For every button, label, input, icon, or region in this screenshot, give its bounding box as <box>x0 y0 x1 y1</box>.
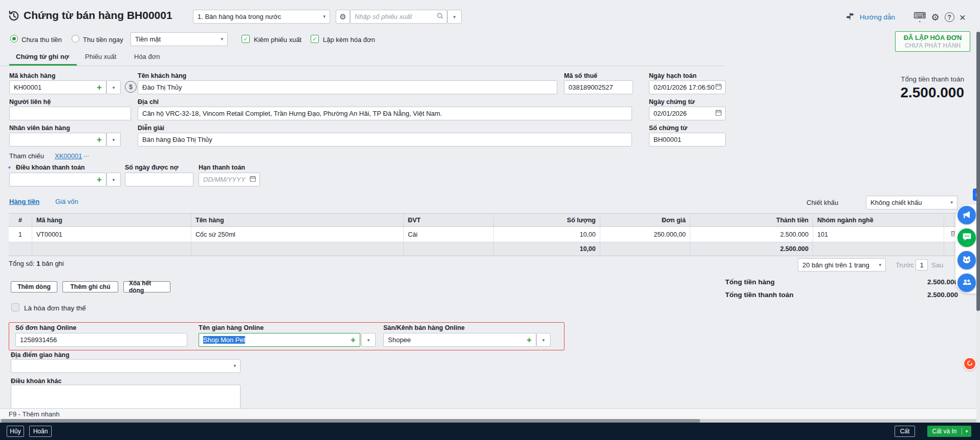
save-and-print-button[interactable]: Cất và In <box>927 428 962 435</box>
doc-no-input[interactable] <box>649 133 726 146</box>
address-input[interactable] <box>138 107 632 120</box>
description-input[interactable] <box>138 133 632 146</box>
customer-debt-icon[interactable]: $ <box>125 81 137 93</box>
horizontal-scrollbar-thumb[interactable] <box>1 419 700 423</box>
page-number-input[interactable] <box>916 259 928 270</box>
tab-debit-note[interactable]: Chứng từ ghi nợ <box>16 53 69 60</box>
online-shop-dropdown-button[interactable]: ▾ <box>361 333 376 347</box>
community-button[interactable] <box>957 274 976 292</box>
shortcut-keyboard-button[interactable]: ⌨ ▾ <box>913 11 926 23</box>
tab-export-slip[interactable]: Phiếu xuất <box>85 53 116 60</box>
add-icon[interactable]: + <box>97 175 102 184</box>
postpone-button[interactable]: Hoãn <box>29 426 52 437</box>
help-button[interactable]: ? <box>945 12 954 22</box>
with-invoice-checkbox[interactable]: ✓ <box>311 35 319 43</box>
customer-code-dropdown-button[interactable]: ▾ <box>106 80 121 94</box>
search-settings-button[interactable]: ⚙ <box>336 10 350 24</box>
announcement-button[interactable] <box>957 206 976 224</box>
close-button[interactable]: × <box>960 14 966 21</box>
page-size-select[interactable]: 20 bản ghi trên 1 trang ▾ <box>798 258 886 271</box>
doc-date-input[interactable]: 02/01/2026 <box>649 107 726 120</box>
horizontal-scrollbar[interactable] <box>0 419 980 423</box>
customer-code-combo[interactable]: KH00001 + <box>9 80 106 94</box>
vertical-scrollbar[interactable] <box>976 29 980 423</box>
radio-not-collected[interactable] <box>10 35 18 43</box>
posting-date-input[interactable]: 02/01/2026 17:06:50 <box>649 80 726 94</box>
assistant-bot-button[interactable] <box>957 251 976 269</box>
quick-add-bar[interactable]: F9 - Thêm nhanh <box>0 408 980 419</box>
col-header-name[interactable]: Tên hàng <box>191 214 403 226</box>
tax-code-input[interactable] <box>564 80 633 94</box>
guide-link[interactable]: Hướng dẫn <box>860 13 895 21</box>
table-row[interactable]: 1 VT00001 Cốc sứ 250ml Cái 10,00 250.000… <box>9 227 961 242</box>
delivery-location-select[interactable]: ▾ <box>11 359 241 373</box>
subtab-goods[interactable]: Hàng tiền <box>9 198 39 205</box>
save-button[interactable]: Cất <box>895 426 915 437</box>
cell-qty[interactable]: 10,00 <box>493 227 600 242</box>
calendar-icon[interactable] <box>249 175 256 184</box>
other-terms-textarea[interactable] <box>11 385 241 409</box>
payment-terms-dropdown-button[interactable]: ▾ <box>106 173 121 186</box>
doc-type-select[interactable]: 1. Bán hàng hóa trong nước ▾ <box>193 10 330 24</box>
due-date-input[interactable]: DD/MM/YYYY <box>199 173 260 186</box>
add-icon[interactable]: + <box>527 336 532 344</box>
radio-collect-now[interactable] <box>72 35 79 43</box>
search-voucher-box[interactable] <box>350 10 447 24</box>
export-slip-checkbox[interactable]: ✓ <box>242 35 250 43</box>
bot-face-icon <box>962 255 972 266</box>
history-icon[interactable] <box>7 9 20 24</box>
col-header-price[interactable]: Đơn giá <box>600 214 690 226</box>
cell-name[interactable]: Cốc sứ 250ml <box>191 227 403 242</box>
delete-all-rows-button[interactable]: Xóa hết dòng <box>123 281 170 292</box>
subtab-cost[interactable]: Giá vốn <box>55 198 78 205</box>
cell-code[interactable]: VT00001 <box>32 227 191 242</box>
online-shop-combo[interactable]: Shop Mon Pet + <box>199 333 360 347</box>
online-channel-dropdown-button[interactable]: ▾ <box>536 333 551 347</box>
col-header-qty[interactable]: Số lượng <box>493 214 600 226</box>
calendar-icon[interactable] <box>715 83 722 92</box>
salesperson-combo[interactable]: + <box>9 133 106 146</box>
settings-button[interactable]: ⚙ <box>931 12 939 23</box>
cell-group[interactable]: 101 <box>813 227 944 242</box>
add-icon[interactable]: + <box>97 135 102 144</box>
col-header-group[interactable]: Nhóm ngành nghề <box>813 214 944 226</box>
discount-select[interactable]: Không chiết khấu ▾ <box>866 196 957 209</box>
next-page-button[interactable]: Sau <box>931 261 943 269</box>
cancel-button[interactable]: Hủy <box>7 426 24 437</box>
cell-unit[interactable]: Cái <box>403 227 493 242</box>
tab-invoice[interactable]: Hóa đơn <box>134 53 160 60</box>
replace-invoice-checkbox[interactable] <box>11 303 19 311</box>
collapse-icon[interactable]: ▾ <box>8 165 11 170</box>
total-payment-value: 2.500.000 <box>819 291 958 299</box>
online-channel-combo[interactable]: Shopee + <box>383 333 536 347</box>
add-note-button[interactable]: Thêm ghi chú <box>62 281 118 292</box>
add-row-button[interactable]: Thêm dòng <box>11 281 57 292</box>
add-icon[interactable]: + <box>351 336 356 344</box>
col-header-amount[interactable]: Thành tiền <box>690 214 813 226</box>
cell-amount[interactable]: 2.500.000 <box>690 227 813 242</box>
chat-support-button[interactable] <box>957 228 976 247</box>
support-widget-button[interactable] <box>963 357 976 370</box>
contact-input[interactable] <box>9 107 131 120</box>
cell-price[interactable]: 250.000,00 <box>600 227 690 242</box>
payment-method-select[interactable]: Tiền mặt ▾ <box>130 32 228 46</box>
prev-page-button[interactable]: Trước <box>896 261 914 269</box>
col-header-code[interactable]: Mã hàng <box>32 214 191 226</box>
online-order-no-input[interactable] <box>15 333 187 347</box>
search-dropdown-button[interactable]: ▾ <box>447 10 462 24</box>
payment-terms-combo[interactable]: + <box>9 173 106 186</box>
customer-name-input[interactable] <box>138 80 557 94</box>
reference-more-link[interactable]: ... <box>83 151 89 158</box>
vertical-scrollbar-thumb[interactable] <box>976 32 980 311</box>
col-header-unit[interactable]: ĐVT <box>403 214 493 226</box>
save-print-dropdown-button[interactable]: ▾ <box>962 429 971 434</box>
reference-link[interactable]: XK00001 <box>55 152 82 160</box>
search-input[interactable] <box>355 11 431 23</box>
cell-index[interactable]: 1 <box>9 227 32 242</box>
salesperson-dropdown-button[interactable]: ▾ <box>106 133 121 146</box>
debt-days-input[interactable] <box>125 173 193 186</box>
col-header-index[interactable]: # <box>9 214 32 226</box>
add-icon[interactable]: + <box>97 83 102 92</box>
calendar-icon[interactable] <box>715 109 722 118</box>
keyboard-icon: ⌨ <box>913 11 926 20</box>
